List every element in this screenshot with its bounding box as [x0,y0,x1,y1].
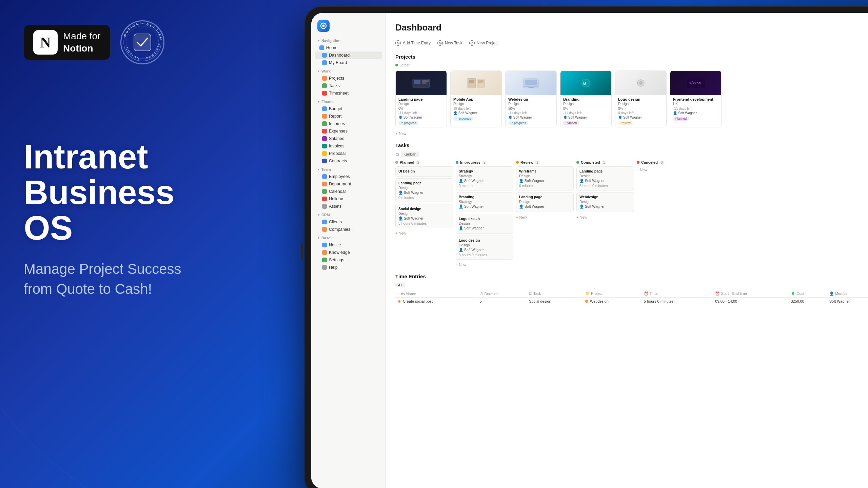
sidebar-item-budget[interactable]: Budget [315,105,382,113]
sidebar-item-department[interactable]: Department [315,180,382,188]
col-name: ↕ As Name [395,290,477,298]
kanban-header-canceled: Canceled 0 [637,160,694,164]
kanban-card[interactable]: Social design Design 👤 Soft Wagner 5 hou… [395,204,453,228]
sidebar-item-knowledge[interactable]: Knowledge [315,249,382,256]
col-duration: ⏱ Duration [477,290,526,298]
project-info-frontend: Frontend development UX -11 days left 👤 … [670,95,721,123]
project-thumb-branding: B [560,71,611,95]
inprogress-dot [456,161,458,164]
col-task: ☑ Task [526,290,583,298]
svg-rect-10 [422,82,427,84]
kanban-card[interactable]: Logo sketch Design 👤 Soft Wagner [456,214,513,234]
kanban-card[interactable]: Strategy Strategy 👤 Soft Wagner 0 minute… [456,166,513,190]
project-card-logo[interactable]: Logo design Design 0% 0 days left 👤 Soft… [615,70,667,127]
planned-add-new[interactable]: + New [395,230,453,237]
svg-text:B: B [583,81,586,86]
project-status-frontend: Planned [673,117,689,121]
kanban-header-planned: Planned 2 [395,160,453,164]
sidebar-item-companies[interactable]: Companies [315,226,382,233]
table-row: Create social post 5 Social design Webde… [395,298,868,305]
add-time-entry-button[interactable]: ⊕ Add Time Entry [395,39,431,47]
kanban-col-review: Review 1 Wireframe Design 👤 Soft Wagner … [516,160,574,268]
sidebar-item-notice[interactable]: Notice [315,241,382,249]
expenses-icon [322,129,327,134]
sidebar-item-contracts[interactable]: Contracts [315,157,382,165]
planned-dot [395,161,398,164]
new-task-button[interactable]: ⊕ New Task [437,39,462,47]
completed-dot [576,161,579,164]
sidebar-item-report[interactable]: Report [315,113,382,120]
sidebar-item-incomes[interactable]: Incomes [315,120,382,127]
calendar-icon [322,189,327,194]
kanban-card[interactable]: Logo design Design 👤 Soft Wagner 3 hours… [456,236,513,260]
project-status-mobile: In progress [453,117,473,121]
notion-logo: N [33,30,58,55]
projects-add-new[interactable]: + New [395,130,868,137]
project-status-webdesign: In progress [508,121,528,125]
inprogress-add-new[interactable]: + New [456,261,513,268]
project-card-landing[interactable]: Landing page Design 0% -11 days left 👤 S… [395,70,447,127]
canceled-add-new[interactable]: + New [637,166,694,173]
sidebar-item-dashboard[interactable]: Dashboard [315,52,382,59]
sidebar-item-help[interactable]: Help [315,264,382,271]
dashboard-icon [322,53,327,58]
incomes-icon [322,121,327,126]
crm-section-label: ▼ CRM [315,210,382,218]
kanban-board: Planned 2 UI Design Landing page Design … [395,160,868,268]
kanban-card[interactable]: Landing page Design 👤 Soft Wagner [516,192,574,212]
add-time-icon: ⊕ [395,40,401,46]
time-entries-title: Time Entries [395,273,868,279]
action-buttons-row: ⊕ Add Time Entry ⊕ New Task ⊕ New Projec… [395,39,868,47]
project-card-mobile[interactable]: Mobile App Design 19 days left 👤 Soft Wa… [450,70,502,127]
notion-certified-badge: NOTION · CERTIFIED · NOTION · CERTIFIED … [120,20,164,64]
sidebar-item-salaries[interactable]: Salaries [315,135,382,142]
settings-icon [322,258,327,262]
sidebar-item-tasks[interactable]: Tasks [315,82,382,89]
finance-section-label: ▼ Finance [315,97,382,105]
sidebar-item-myboard[interactable]: My Board [315,59,382,66]
sidebar-item-timesheet[interactable]: Timesheet [315,89,382,97]
help-icon [322,265,327,270]
project-card-branding[interactable]: B Branding Design 0% -11 days left 👤 Sof… [560,70,612,127]
col-member: 👤 Member [827,290,868,298]
sidebar-item-employees[interactable]: Employees [315,173,382,180]
project-card-webdesign[interactable]: Webdesign Design 50% -11 days left 👤 Sof… [505,70,557,127]
project-info-webdesign: Webdesign Design 50% -11 days left 👤 Sof… [506,95,556,127]
svg-text:</>: </> [689,81,695,85]
myboard-icon [322,60,327,65]
sidebar-item-expenses[interactable]: Expenses [315,127,382,135]
home-icon [319,45,324,50]
col-time: ⏰ Time [641,290,713,298]
subtitle: Manage Project Success from Quote to Cas… [24,259,200,299]
sidebar-item-projects[interactable]: Projects [315,75,382,82]
kanban-card[interactable]: Webdesign Design 👤 Soft Wagner [576,192,634,212]
sidebar-item-settings[interactable]: Settings [315,256,382,264]
kanban-card[interactable]: Wireframe Design 👤 Soft Wagner 0 minutes [516,166,574,190]
sidebar-item-calendar[interactable]: Calendar [315,188,382,195]
kanban-card[interactable]: Landing page Design 👤 Soft Wagner 5 hour… [576,166,634,190]
sidebar: ▼ Navigation Home Dashboard My Board [311,13,386,488]
time-entries-table: ↕ As Name ⏱ Duration ☑ Task 📁 Project ⏰ … [395,290,868,305]
kanban-card[interactable]: Landing page Design 👤 Soft Wagner 0 minu… [395,178,453,202]
kanban-card[interactable]: Branding Strategy 👤 Soft Wagner [456,192,513,212]
sidebar-item-home[interactable]: Home [315,44,382,52]
svg-text:code: code [695,82,702,85]
col-start-end: ⏰ Start - End time [712,290,788,298]
sidebar-item-holiday[interactable]: Holiday [315,195,382,203]
sidebar-item-proposal[interactable]: Proposal [315,150,382,157]
completed-add-new[interactable]: + New [576,214,634,221]
kanban-card[interactable]: UI Design [395,166,453,177]
sidebar-item-clients[interactable]: Clients [315,218,382,226]
project-thumb-frontend: </> code [670,71,721,95]
work-section-label: ▼ Work [315,66,382,75]
tasks-section-title: Tasks [395,142,868,148]
sidebar-item-invoices[interactable]: Invoices [315,142,382,150]
sidebar-item-assets[interactable]: Assets [315,203,382,210]
tablet-container: ▼ Navigation Home Dashboard My Board [278,0,868,488]
base-section-label: ▼ Base [315,233,382,241]
kanban-col-canceled: Canceled 0 + New [637,160,694,268]
new-project-button[interactable]: ⊕ New Project [469,39,499,47]
project-info-branding: Branding Design 0% -11 days left 👤 Soft … [560,95,611,127]
project-card-frontend[interactable]: </> code Frontend development UX -11 day… [670,70,722,127]
review-add-new[interactable]: + New [516,214,574,221]
